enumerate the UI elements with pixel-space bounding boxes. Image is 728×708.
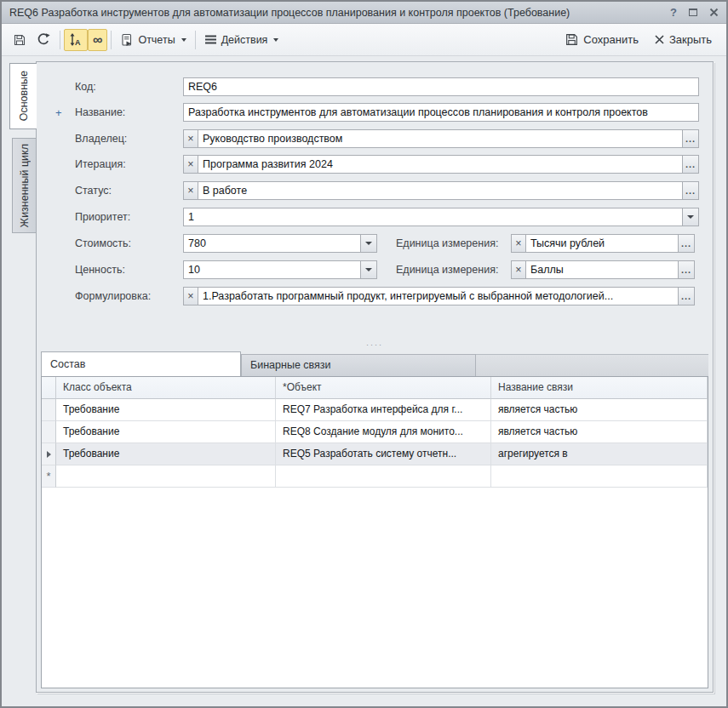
autoheight-toggle-button[interactable]: A	[64, 29, 88, 51]
expand-plus-icon[interactable]: +	[55, 103, 67, 122]
value-unit-input[interactable]: Баллы	[525, 260, 679, 279]
actions-label: Действия	[221, 34, 268, 46]
toolbar: A ∞ Отчеты Действия	[2, 24, 726, 56]
formulation-input[interactable]: 1.Разработать программный продукт, интег…	[198, 287, 679, 305]
save-icon	[13, 33, 26, 47]
cell-class[interactable]: Требование	[56, 421, 276, 443]
link-icon: ∞	[93, 34, 102, 46]
clear-icon[interactable]: ×	[183, 129, 198, 148]
splitter-handle[interactable]: ····	[37, 340, 713, 350]
reports-label: Отчеты	[138, 34, 175, 46]
refresh-button[interactable]	[32, 29, 56, 51]
toolbar-right: Сохранить Закрыть	[559, 29, 720, 51]
cell-link[interactable]: является частью	[491, 421, 708, 443]
owner-input[interactable]: Руководство производством	[198, 129, 683, 148]
chevron-down-icon	[273, 38, 278, 42]
dropdown-button[interactable]	[360, 260, 377, 279]
menu-icon	[204, 34, 217, 45]
cell-object[interactable]: REQ7 Разработка интерфейса для г...	[276, 399, 491, 421]
formulation-label: Формулировка:	[75, 287, 182, 305]
new-row-indicator: *	[42, 465, 56, 488]
cell-class[interactable]: Требование	[56, 399, 276, 421]
link-toggle-button[interactable]: ∞	[88, 29, 107, 51]
column-header-class[interactable]: Класс объекта	[56, 377, 276, 399]
tab-lifecycle-label: Жизненный цикл	[19, 144, 31, 227]
dropdown-button[interactable]	[682, 208, 699, 226]
window-controls: ?	[670, 6, 719, 19]
current-row-indicator	[42, 443, 56, 465]
save-icon	[565, 32, 579, 47]
name-input[interactable]: Разработка инструментов для автоматизаци…	[183, 103, 699, 122]
main-panel: Код: REQ6 + Название: Разработка инструм…	[36, 61, 714, 693]
ellipsis-button[interactable]: ...	[682, 181, 699, 200]
table-row[interactable]: Требование REQ7 Разработка интерфейса дл…	[42, 399, 708, 421]
priority-label: Приоритет:	[75, 208, 182, 226]
name-label: Название:	[75, 103, 182, 122]
code-input[interactable]: REQ6	[183, 77, 699, 96]
structure-table: Класс объекта *Объект Название связи Тре…	[41, 376, 708, 688]
ellipsis-button[interactable]: ...	[678, 287, 695, 305]
window-title: REQ6 Разработка инструментов для автомат…	[9, 7, 663, 19]
column-header-object[interactable]: *Объект	[276, 377, 491, 399]
help-icon[interactable]: ?	[670, 6, 677, 19]
table-row-new[interactable]: *	[42, 465, 708, 488]
cell-link[interactable]	[491, 465, 708, 488]
value-input[interactable]: 10	[183, 260, 361, 279]
bottom-tabstrip: Бинарные связи Состав	[41, 351, 708, 376]
table-header-row: Класс объекта *Объект Название связи	[42, 377, 708, 399]
svg-text:A: A	[75, 38, 81, 46]
cost-label: Стоимость:	[75, 234, 182, 253]
clear-icon[interactable]: ×	[511, 234, 526, 253]
maximize-icon[interactable]	[689, 9, 697, 16]
cost-unit-label: Единица измерения:	[396, 234, 510, 253]
cell-link[interactable]: агрегируется в	[491, 443, 708, 465]
value-unit-label: Единица измерения:	[396, 260, 510, 279]
table-row[interactable]: Требование REQ8 Создание модуля для мони…	[42, 421, 708, 443]
tab-main[interactable]: Основные	[9, 63, 37, 129]
cell-object[interactable]	[276, 465, 491, 488]
ellipsis-button[interactable]: ...	[682, 155, 699, 174]
save-commit-button[interactable]: Сохранить	[559, 29, 644, 51]
close-form-button[interactable]: Закрыть	[649, 29, 717, 51]
titlebar[interactable]: REQ6 Разработка инструментов для автомат…	[2, 2, 726, 24]
cell-class[interactable]	[56, 465, 276, 488]
status-input[interactable]: В работе	[198, 181, 683, 200]
clear-icon[interactable]: ×	[183, 287, 198, 305]
text-height-icon: A	[69, 33, 83, 46]
close-icon[interactable]	[709, 8, 719, 17]
value-label: Ценность:	[75, 260, 182, 279]
arrow-right-icon	[47, 451, 51, 458]
iteration-input[interactable]: Программа развития 2024	[198, 155, 683, 174]
requirement-window: REQ6 Разработка инструментов для автомат…	[0, 0, 728, 708]
ellipsis-button[interactable]: ...	[678, 234, 695, 253]
tab-lifecycle[interactable]: Жизненный цикл	[12, 138, 37, 233]
cell-class[interactable]: Требование	[56, 443, 276, 465]
reports-button[interactable]: Отчеты	[115, 29, 191, 51]
cell-object[interactable]: REQ5 Разработать систему отчетн...	[276, 443, 491, 465]
toolbar-separator	[195, 31, 196, 49]
cell-object[interactable]: REQ8 Создание модуля для монито...	[276, 421, 491, 443]
tab-structure[interactable]: Состав	[41, 351, 241, 376]
dropdown-button[interactable]	[360, 234, 377, 253]
cost-unit-input[interactable]: Тысячи рублей	[525, 234, 679, 253]
clear-icon[interactable]: ×	[183, 181, 198, 200]
row-indicator-header	[42, 377, 56, 399]
chevron-down-icon	[181, 38, 186, 42]
status-label: Статус:	[75, 181, 182, 200]
close-form-label: Закрыть	[669, 33, 712, 46]
save-button[interactable]	[8, 29, 32, 51]
ellipsis-button[interactable]: ...	[682, 129, 699, 148]
cell-link[interactable]: является частью	[491, 399, 708, 421]
table-row-selected[interactable]: Требование REQ5 Разработать систему отче…	[42, 443, 708, 465]
column-header-link[interactable]: Название связи	[491, 377, 708, 399]
clear-icon[interactable]: ×	[511, 260, 526, 279]
cost-input[interactable]: 780	[183, 234, 361, 253]
code-label: Код:	[75, 77, 182, 96]
report-icon	[120, 33, 134, 47]
priority-input[interactable]: 1	[183, 208, 683, 226]
tab-binary-links[interactable]: Бинарные связи	[241, 354, 476, 376]
actions-button[interactable]: Действия	[199, 29, 284, 51]
clear-icon[interactable]: ×	[183, 155, 198, 174]
ellipsis-button[interactable]: ...	[678, 260, 695, 279]
tabstrip-filler	[476, 354, 708, 376]
